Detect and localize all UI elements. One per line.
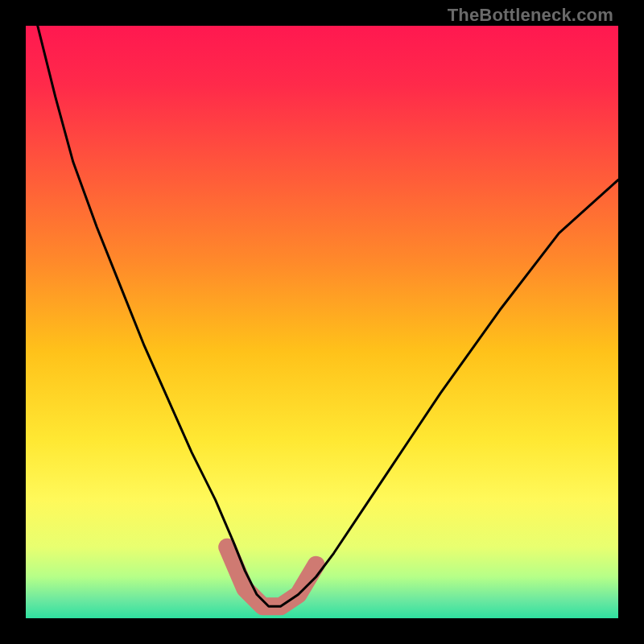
plot-area — [26, 26, 618, 618]
curve-layer — [26, 26, 618, 618]
chart-frame: TheBottleneck.com — [0, 0, 644, 644]
watermark-text: TheBottleneck.com — [448, 5, 613, 26]
highlight-band — [227, 547, 316, 607]
bottleneck-curve — [38, 26, 618, 606]
